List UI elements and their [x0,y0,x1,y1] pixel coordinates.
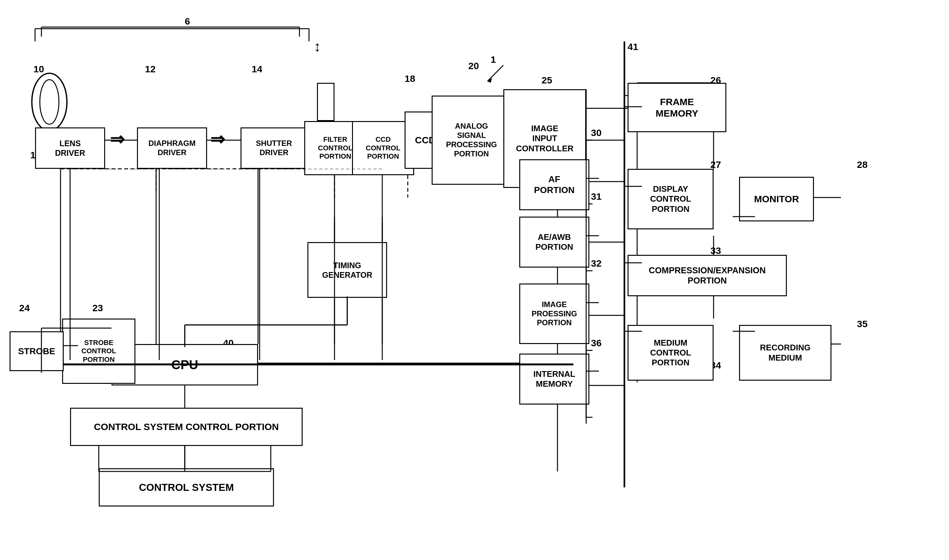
shutter-driver-block: SHUTTERDRIVER [240,128,308,169]
control-system-connections [70,408,309,510]
ref-14: 14 [252,64,262,75]
analog-signal-block: ANALOGSIGNALPROCESSINGPORTION [432,95,511,185]
arrow-diaphragm-shutter: ⇒ [210,129,225,149]
timing-cpu-connection [111,296,366,360]
ref-41: 41 [628,42,638,52]
ref-24: 24 [19,303,30,314]
diaphragm-driver-block: DIAPHRAGMDRIVER [137,128,207,169]
ref-28: 28 [857,159,867,170]
ref1-arrow [481,62,506,88]
ref-35: 35 [857,318,867,329]
diagram: 6 1 10 11 12 13 14 15 16 17 18 19 20 21 … [0,0,949,560]
lens-driver-block: LENSDRIVER [35,128,105,169]
arrow-filter-updown: ↕ [314,38,321,55]
arrow-lens-diaphragm: ⇒ [110,129,125,149]
svg-point-86 [40,80,59,124]
image-controller-connections [503,89,624,440]
ref-20: 20 [468,60,479,71]
ref-6: 6 [185,16,190,27]
right-connections [623,89,782,408]
ref-12: 12 [145,64,155,75]
ref-18: 18 [405,73,415,84]
lens-symbol [29,70,70,134]
ref-25: 25 [541,75,552,86]
filter-element [317,83,334,121]
strobe-connections [9,318,121,382]
bracket-6 [32,26,312,45]
svg-line-90 [488,65,503,81]
